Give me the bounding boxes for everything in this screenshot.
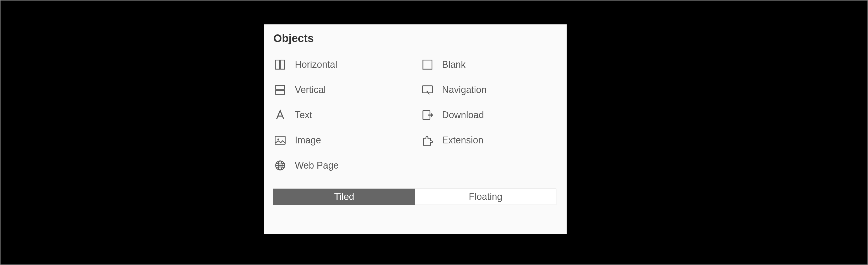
object-label: Horizontal <box>295 59 337 70</box>
vertical-container-icon <box>273 83 287 97</box>
object-label: Navigation <box>442 84 487 95</box>
floating-toggle-button[interactable]: Floating <box>415 189 557 205</box>
object-blank[interactable]: Blank <box>421 52 557 77</box>
objects-panel: Objects Horizontal Blank <box>264 24 567 234</box>
navigation-icon <box>421 83 434 97</box>
tiled-label: Tiled <box>334 191 354 202</box>
tiled-toggle-button[interactable]: Tiled <box>273 189 415 205</box>
blank-icon <box>421 58 434 72</box>
object-download[interactable]: Download <box>421 102 557 128</box>
object-image[interactable]: Image <box>273 128 410 153</box>
svg-rect-0 <box>276 60 280 69</box>
object-navigation[interactable]: Navigation <box>421 77 557 102</box>
extension-icon <box>421 133 434 147</box>
object-label: Extension <box>442 135 484 146</box>
object-label: Vertical <box>295 84 326 95</box>
object-label: Blank <box>442 59 466 70</box>
objects-panel-title: Objects <box>273 32 557 45</box>
svg-rect-4 <box>276 90 285 94</box>
image-icon <box>273 133 287 147</box>
object-label: Web Page <box>295 160 339 171</box>
object-vertical[interactable]: Vertical <box>273 77 410 102</box>
svg-rect-1 <box>281 60 285 69</box>
object-label: Text <box>295 109 312 121</box>
object-extension[interactable]: Extension <box>421 128 557 153</box>
objects-grid: Horizontal Blank Vertical <box>273 52 557 178</box>
floating-label: Floating <box>469 191 502 202</box>
svg-point-11 <box>277 138 279 140</box>
svg-rect-2 <box>423 60 432 69</box>
object-horizontal[interactable]: Horizontal <box>273 52 410 77</box>
svg-rect-3 <box>276 85 285 89</box>
svg-rect-10 <box>275 136 285 144</box>
webpage-icon <box>273 159 287 172</box>
object-text[interactable]: Text <box>273 102 410 128</box>
layout-toggle: Tiled Floating <box>273 189 556 205</box>
object-label: Download <box>442 109 484 121</box>
object-webpage[interactable]: Web Page <box>273 153 410 178</box>
text-icon <box>273 108 287 122</box>
horizontal-container-icon <box>273 58 287 72</box>
object-label: Image <box>295 135 321 146</box>
download-icon <box>421 108 434 122</box>
